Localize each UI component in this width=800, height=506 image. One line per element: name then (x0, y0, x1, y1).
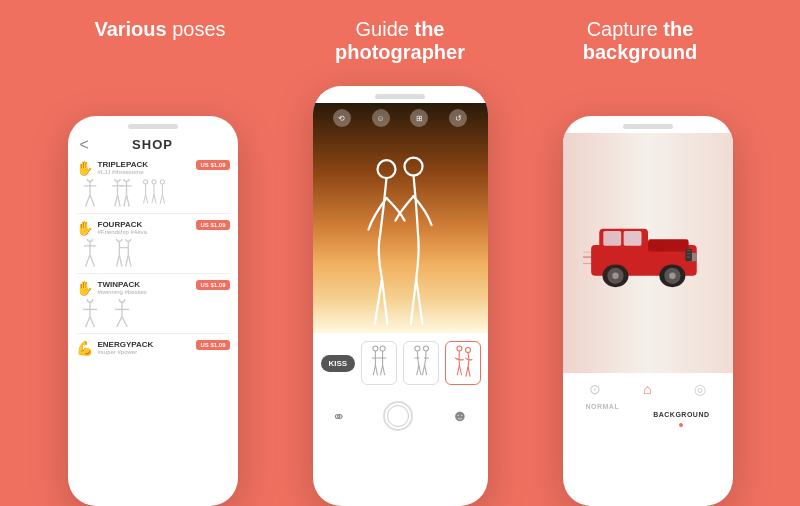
item-name: ENERGYPACK (98, 340, 154, 349)
svg-line-80 (466, 367, 468, 377)
camera-screen: ⟲ ☺ ⊞ ↺ (313, 103, 488, 333)
list-item[interactable]: ✋ TWINPACK #twinning #besties US $1.09 (76, 280, 230, 334)
item-name: TWINPACK (98, 280, 147, 289)
svg-point-27 (87, 239, 92, 241)
camera-controls: ⚭ ☻ (313, 393, 488, 443)
svg-line-45 (85, 317, 90, 327)
camera-tool-flip[interactable]: ⟲ (333, 109, 351, 127)
third-mode-icon[interactable]: ◎ (694, 381, 706, 397)
svg-line-54 (382, 279, 387, 324)
svg-line-31 (90, 255, 95, 267)
svg-point-32 (116, 239, 121, 241)
svg-line-21 (143, 194, 145, 203)
item-price[interactable]: US $1.09 (196, 160, 229, 170)
car-image (563, 133, 733, 373)
svg-point-42 (87, 299, 92, 302)
item-tags: #LJJ #threesome (98, 169, 149, 175)
svg-line-23 (151, 194, 153, 203)
svg-line-11 (114, 195, 117, 207)
left-phone: < SHOP ✋ TRIPLEPACK #LJJ #threesome US $… (68, 116, 238, 506)
svg-line-14 (126, 195, 129, 207)
item-price[interactable]: US $1.09 (196, 340, 229, 350)
svg-line-78 (457, 365, 459, 375)
svg-line-40 (125, 255, 128, 267)
back-button[interactable]: < (80, 136, 89, 154)
mode-icons-row: ⊙ ⌂ ◎ (569, 381, 727, 397)
list-item[interactable]: ✋ FOURPACK #Friendship #4eva US $1.09 (76, 220, 230, 274)
pose-thumb (108, 239, 136, 267)
motion-blur (563, 133, 733, 373)
camera-toolbar: ⟲ ☺ ⊞ ↺ (313, 109, 488, 127)
svg-line-26 (162, 194, 164, 203)
phone-speaker (128, 124, 178, 129)
svg-point-69 (424, 346, 429, 351)
camera-tool-face[interactable]: ☺ (372, 109, 390, 127)
item-icon: 💪 (76, 340, 93, 356)
phones-container: < SHOP ✋ TRIPLEPACK #LJJ #threesome US $… (0, 74, 800, 506)
item-icon: ✋ (76, 280, 93, 296)
active-mode-dot (679, 423, 683, 427)
svg-line-53 (375, 279, 382, 324)
pose-thumb (108, 179, 136, 207)
left-header-title: Various poses (50, 18, 270, 64)
pose-option-1[interactable] (361, 341, 397, 385)
svg-line-25 (160, 194, 162, 203)
svg-line-3 (85, 195, 90, 207)
svg-line-65 (376, 365, 378, 375)
shutter-inner (387, 405, 409, 427)
normal-mode-icon[interactable]: ⊙ (589, 381, 601, 397)
svg-line-79 (460, 365, 462, 375)
pose-thumb (76, 179, 104, 207)
profile-icon[interactable]: ☻ (451, 407, 468, 425)
camera-tool-timer[interactable]: ↺ (449, 109, 467, 127)
item-price[interactable]: US $1.09 (196, 220, 229, 230)
mode-labels: NORMAL BACKGROUND (569, 403, 727, 427)
svg-point-6 (123, 179, 128, 181)
svg-point-15 (143, 180, 147, 184)
svg-line-64 (373, 365, 375, 375)
svg-line-66 (381, 365, 383, 375)
svg-line-81 (468, 367, 470, 377)
header: Various poses Guide the photographer Cap… (0, 0, 800, 74)
normal-label[interactable]: NORMAL (585, 403, 619, 427)
item-tags: #Friendship #4eva (98, 229, 147, 235)
camera-tool-grid[interactable]: ⊞ (410, 109, 428, 127)
left-title-text: poses (172, 18, 225, 40)
center-header-title: Guide the photographer (290, 18, 510, 64)
list-item[interactable]: ✋ TRIPLEPACK #LJJ #threesome US $1.09 (76, 160, 230, 214)
pose-thumb (108, 299, 136, 327)
photo-screen (563, 133, 733, 373)
svg-line-50 (116, 317, 121, 327)
svg-point-5 (114, 179, 119, 181)
item-name: TRIPLEPACK (98, 160, 149, 169)
svg-line-38 (116, 255, 119, 267)
item-price[interactable]: US $1.09 (196, 280, 229, 290)
background-label[interactable]: BACKGROUND (653, 411, 709, 418)
svg-line-72 (423, 365, 425, 375)
svg-line-22 (145, 194, 147, 203)
list-item[interactable]: 💪 ENERGYPACK #super #power US $1.09 (76, 340, 230, 365)
pose-selector: KISS (313, 333, 488, 393)
kiss-button[interactable]: KISS (321, 355, 356, 372)
background-mode-icon[interactable]: ⌂ (643, 381, 651, 397)
shutter-button[interactable] (383, 401, 413, 431)
poses-icon[interactable]: ⚭ (332, 407, 345, 426)
svg-point-55 (405, 158, 423, 176)
phone-speaker (375, 94, 425, 99)
svg-point-77 (466, 348, 471, 353)
pose-option-2[interactable] (403, 341, 439, 385)
svg-line-73 (425, 365, 427, 375)
couple-silhouette (355, 153, 445, 333)
svg-line-30 (85, 255, 90, 267)
svg-line-12 (117, 195, 120, 207)
svg-line-4 (90, 195, 95, 207)
pose-thumb (140, 179, 168, 207)
mode-selector: ⊙ ⌂ ◎ NORMAL BACKGROUND (563, 373, 733, 431)
item-icon: ✋ (76, 220, 93, 236)
svg-line-39 (119, 255, 122, 267)
svg-point-58 (373, 346, 378, 351)
svg-point-47 (119, 299, 124, 302)
svg-point-68 (415, 346, 420, 351)
svg-line-67 (383, 365, 385, 375)
pose-option-3[interactable] (445, 341, 481, 385)
